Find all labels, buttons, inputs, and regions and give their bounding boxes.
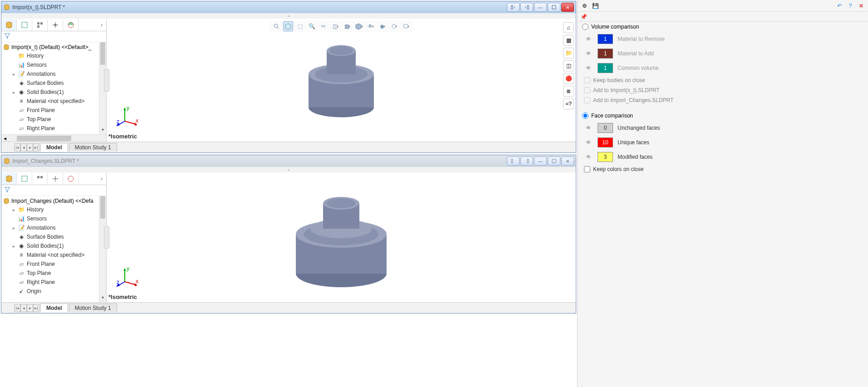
tab-last-button[interactable]: ▸|: [33, 143, 39, 152]
config-manager-tab[interactable]: [32, 173, 48, 185]
appearances-icon[interactable]: 🔴: [563, 73, 574, 84]
dim-manager-tab[interactable]: [48, 19, 63, 31]
render-icon[interactable]: 🖵▾: [401, 21, 411, 31]
svg-rect-5: [40, 22, 43, 24]
maximize-button[interactable]: [548, 157, 560, 166]
splitter-handle[interactable]: [104, 226, 109, 249]
plane-icon: ▱: [18, 269, 25, 277]
volume-item-label: Material to Remove: [618, 36, 665, 42]
display-manager-tab[interactable]: [63, 173, 78, 185]
filter-row: [1, 31, 106, 42]
eye-icon[interactable]: 👁: [584, 124, 593, 132]
eye-icon[interactable]: 👁: [584, 64, 593, 72]
feature-manager-tab[interactable]: [1, 19, 17, 31]
triad-icon: yxz: [116, 266, 138, 289]
feature-manager-tab[interactable]: [1, 173, 17, 185]
save-icon[interactable]: 💾: [591, 2, 599, 10]
tree-item-label: Surface Bodies: [27, 80, 64, 86]
viewport-1[interactable]: ⬚ 🔍 ✂ ◫▾ ▦▾ ▾ 👁▾ ◉▾ ⬡▾ 🖵▾ ⌂ ▦ 📁 ◫ 🔴: [107, 19, 576, 142]
svg-text:z: z: [117, 118, 119, 125]
tree-root-label-1: Import(x_t) (Default) <<Default>_: [11, 44, 91, 50]
add-to-1-checkbox[interactable]: Add to Import(x_t).SLDPRT: [578, 85, 868, 95]
svg-text:x: x: [136, 278, 138, 284]
forum-icon[interactable]: =?: [563, 98, 574, 109]
material-icon: ≡: [18, 98, 25, 105]
svg-point-29: [68, 176, 74, 181]
eye-icon[interactable]: 👁: [584, 50, 593, 57]
tab-prev-button[interactable]: ◂: [20, 143, 27, 152]
win-prev-button[interactable]: [507, 157, 520, 166]
model-tab[interactable]: Model: [40, 143, 68, 152]
eye-icon[interactable]: 👁: [584, 35, 593, 43]
filter-icon[interactable]: [4, 186, 10, 194]
tree-item-label: Top Plane: [27, 116, 51, 122]
tab-last-button[interactable]: ▸|: [33, 304, 39, 312]
keep-colors-checkbox[interactable]: Keep colors on close: [578, 164, 868, 174]
tab-first-button[interactable]: |◂: [14, 143, 20, 152]
tab-next-button[interactable]: ▸: [27, 143, 33, 152]
tab-prev-button[interactable]: ◂: [20, 304, 27, 312]
library-icon[interactable]: 📁: [563, 48, 574, 59]
gear-icon[interactable]: ⚙: [580, 2, 588, 10]
panel-expand-arrow[interactable]: ›: [78, 176, 106, 182]
tree-item-label: Material <not specified>: [27, 252, 84, 258]
motion-study-tab[interactable]: Motion Study 1: [69, 304, 117, 312]
plane-icon: ▱: [18, 125, 25, 132]
feature-tree-panel-1: › Import(x_t) (Default) <<Default>_ ▸📁Hi…: [1, 19, 107, 142]
motion-study-tab[interactable]: Motion Study 1: [69, 143, 117, 152]
face-comparison-radio[interactable]: Face comparison: [578, 111, 868, 121]
tree-scrollbar-h[interactable]: ◂: [1, 134, 106, 142]
undo-icon[interactable]: ↶: [835, 2, 843, 10]
origin-icon: ↙: [18, 288, 25, 295]
panel-expand-arrow[interactable]: ›: [78, 22, 106, 28]
tree-scrollbar-v[interactable]: ▴▾: [99, 196, 106, 302]
keep-bodies-checkbox[interactable]: Keep bodies on close: [578, 75, 868, 85]
custom-props-icon[interactable]: ≣: [563, 86, 574, 97]
feature-tree-1[interactable]: Import(x_t) (Default) <<Default>_ ▸📁Hist…: [1, 42, 106, 134]
property-manager-tab[interactable]: [17, 19, 32, 31]
dim-manager-tab[interactable]: [48, 173, 63, 185]
view-palette-icon[interactable]: ◫: [563, 60, 574, 71]
display-manager-tab[interactable]: [63, 19, 78, 31]
splitter-handle[interactable]: [104, 69, 109, 92]
model-tab[interactable]: Model: [40, 304, 68, 312]
display-style-icon[interactable]: [283, 21, 293, 31]
zoom-fit-icon[interactable]: [271, 21, 281, 31]
eye-icon[interactable]: 👁: [584, 139, 593, 146]
svg-rect-6: [37, 25, 39, 28]
close-icon[interactable]: ✕: [857, 2, 865, 10]
feature-tree-2[interactable]: Import_Changes (Default) <<Defa ▸📁Histor…: [1, 196, 106, 302]
tab-next-button[interactable]: ▸: [27, 304, 33, 312]
win-next-button[interactable]: [520, 3, 533, 12]
viewport-2[interactable]: yxz *Isometric: [107, 172, 576, 302]
resources-icon[interactable]: ▦: [563, 35, 574, 46]
close-button[interactable]: ✕: [561, 3, 574, 12]
help-icon[interactable]: ?: [846, 2, 854, 10]
volume-comparison-radio[interactable]: Volume comparison: [578, 22, 868, 32]
collapse-handle[interactable]: ∘: [1, 13, 576, 19]
collapse-handle[interactable]: ∘: [1, 167, 576, 172]
minimize-button[interactable]: —: [534, 157, 547, 166]
eye-icon[interactable]: 👁: [584, 153, 593, 161]
close-button[interactable]: ✕: [561, 157, 574, 166]
win-prev-button[interactable]: [507, 3, 520, 12]
tree-item-label: Annotations: [27, 225, 55, 231]
annotations-icon: 📝: [18, 70, 25, 78]
maximize-button[interactable]: [548, 3, 560, 12]
home-icon[interactable]: ⌂: [563, 22, 574, 33]
filter-icon[interactable]: [4, 33, 10, 40]
minimize-button[interactable]: —: [534, 3, 547, 12]
add-to-2-checkbox[interactable]: Add to Import_Changes.SLDPRT: [578, 95, 868, 105]
tree-item-label: Right Plane: [27, 279, 55, 285]
tab-first-button[interactable]: |◂: [14, 304, 20, 312]
config-manager-tab[interactable]: [32, 19, 48, 31]
win-next-button[interactable]: [520, 157, 533, 166]
view-settings-icon[interactable]: ⬡▾: [389, 21, 399, 31]
tree-item-label: Surface Bodies: [27, 234, 64, 240]
svg-rect-0: [511, 5, 513, 9]
property-manager-tab[interactable]: [17, 173, 32, 185]
face-item-unique: 👁 10 Unique faces: [578, 135, 868, 150]
pin-icon[interactable]: 📌: [580, 14, 587, 20]
svg-rect-3: [22, 22, 27, 28]
window-title-2: Import_Changes.SLDPRT *: [12, 158, 505, 164]
